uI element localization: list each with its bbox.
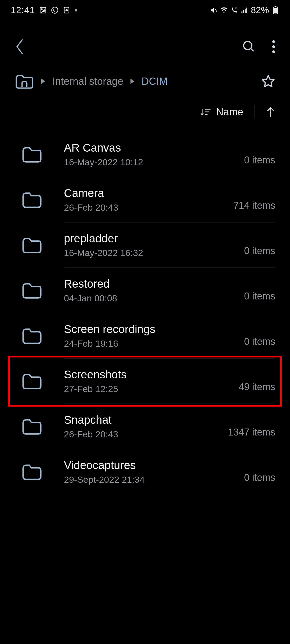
folder-info: Screenshots27-Feb 12:25 [64, 368, 239, 394]
status-left: 12:41 [11, 5, 77, 15]
wifi-icon [220, 6, 228, 14]
breadcrumb-home-button[interactable] [15, 73, 34, 89]
folder-date: 26-Feb 20:43 [64, 202, 233, 213]
folder-date: 26-Feb 20:43 [64, 429, 228, 440]
folder-item[interactable]: Snapchat26-Feb 20:431347 items [0, 404, 290, 449]
signal-icon [241, 6, 248, 14]
folder-info: Restored04-Jan 00:08 [64, 277, 244, 303]
svg-point-13 [244, 42, 252, 50]
folder-name: Screenshots [64, 368, 239, 381]
folder-info: prepladder16-May-2022 16:32 [64, 232, 244, 258]
svg-rect-6 [241, 11, 242, 13]
folder-name: Camera [64, 187, 233, 200]
folder-icon [21, 372, 42, 390]
folder-name: Screen recordings [64, 323, 244, 336]
folder-name: Snapchat [64, 414, 228, 426]
folder-count: 49 items [239, 381, 275, 394]
favorite-button[interactable] [261, 74, 275, 88]
svg-point-16 [272, 45, 275, 48]
folder-name: Videocaptures [64, 459, 244, 472]
folder-count: 0 items [244, 245, 275, 258]
notification-dot-icon [75, 9, 77, 12]
folder-date: 16-May-2022 10:12 [64, 157, 244, 167]
folder-name: AR Canvas [64, 141, 244, 154]
sort-direction-button[interactable] [266, 107, 275, 117]
folder-count: 0 items [244, 155, 275, 167]
back-button[interactable] [15, 39, 24, 54]
folder-icon [21, 236, 42, 254]
folder-icon [21, 463, 42, 481]
breadcrumb-row: Internal storage DCIM [0, 68, 290, 97]
folder-count: 714 items [233, 200, 275, 213]
folder-name: Restored [64, 277, 244, 290]
svg-point-17 [272, 50, 275, 53]
app-icon [63, 6, 70, 14]
folder-item[interactable]: prepladder16-May-2022 16:320 items [0, 222, 290, 268]
breadcrumb: Internal storage DCIM [15, 73, 168, 89]
folder-info: AR Canvas16-May-2022 10:12 [64, 141, 244, 167]
folder-icon [21, 418, 42, 436]
breadcrumb-current[interactable]: DCIM [142, 76, 168, 87]
status-right: 82% [210, 5, 279, 15]
folder-date: 04-Jan 00:08 [64, 293, 244, 303]
folder-count: 1347 items [228, 427, 275, 440]
folder-date: 24-Feb 19:16 [64, 338, 244, 349]
battery-icon [272, 6, 279, 14]
folder-date: 29-Sept-2022 21:34 [64, 474, 244, 485]
svg-point-15 [272, 40, 275, 43]
status-time: 12:41 [11, 5, 35, 15]
folder-date: 16-May-2022 16:32 [64, 248, 244, 258]
search-button[interactable] [242, 40, 256, 54]
svg-point-2 [52, 7, 58, 13]
more-options-button[interactable] [272, 40, 275, 53]
chevron-right-icon [130, 79, 135, 84]
folder-name: prepladder [64, 232, 244, 245]
folder-item[interactable]: Screenshots27-Feb 12:2549 items [0, 358, 290, 404]
svg-point-1 [41, 9, 42, 10]
sort-icon [201, 107, 211, 116]
battery-percent: 82% [251, 5, 269, 15]
svg-rect-8 [245, 9, 246, 13]
svg-point-4 [66, 9, 68, 11]
wifi-calling-icon [230, 6, 238, 14]
svg-rect-9 [246, 8, 247, 13]
svg-rect-7 [243, 10, 244, 13]
folder-icon [21, 146, 42, 163]
svg-line-5 [215, 9, 217, 12]
folder-date: 27-Feb 12:25 [64, 384, 239, 394]
picture-icon [39, 6, 47, 14]
whatsapp-icon [51, 6, 59, 14]
folder-icon [21, 327, 42, 345]
folder-item[interactable]: Videocaptures29-Sept-2022 21:340 items [0, 449, 290, 495]
folder-list: AR Canvas16-May-2022 10:120 itemsCamera2… [0, 129, 290, 495]
breadcrumb-internal-storage[interactable]: Internal storage [52, 76, 123, 87]
folder-info: Camera26-Feb 20:43 [64, 187, 233, 213]
mute-icon [210, 6, 218, 14]
folder-info: Screen recordings24-Feb 19:16 [64, 323, 244, 349]
sort-row: Name [0, 97, 290, 129]
svg-line-14 [251, 49, 254, 52]
folder-count: 0 items [244, 336, 275, 349]
sort-button[interactable]: Name [216, 106, 243, 118]
folder-item[interactable]: Camera26-Feb 20:43714 items [0, 177, 290, 222]
chevron-right-icon [41, 79, 45, 84]
folder-count: 0 items [244, 472, 275, 485]
svg-rect-11 [275, 6, 276, 7]
folder-item[interactable]: Restored04-Jan 00:080 items [0, 268, 290, 313]
folder-info: Snapchat26-Feb 20:43 [64, 414, 228, 440]
status-bar: 12:41 82% [0, 0, 290, 20]
folder-icon [21, 282, 42, 299]
folder-count: 0 items [244, 291, 275, 303]
svg-rect-12 [274, 8, 277, 13]
folder-item[interactable]: AR Canvas16-May-2022 10:120 items [0, 132, 290, 177]
divider [255, 105, 255, 118]
app-header [0, 20, 290, 68]
folder-icon [21, 191, 42, 209]
folder-info: Videocaptures29-Sept-2022 21:34 [64, 459, 244, 485]
folder-item[interactable]: Screen recordings24-Feb 19:160 items [0, 313, 290, 358]
